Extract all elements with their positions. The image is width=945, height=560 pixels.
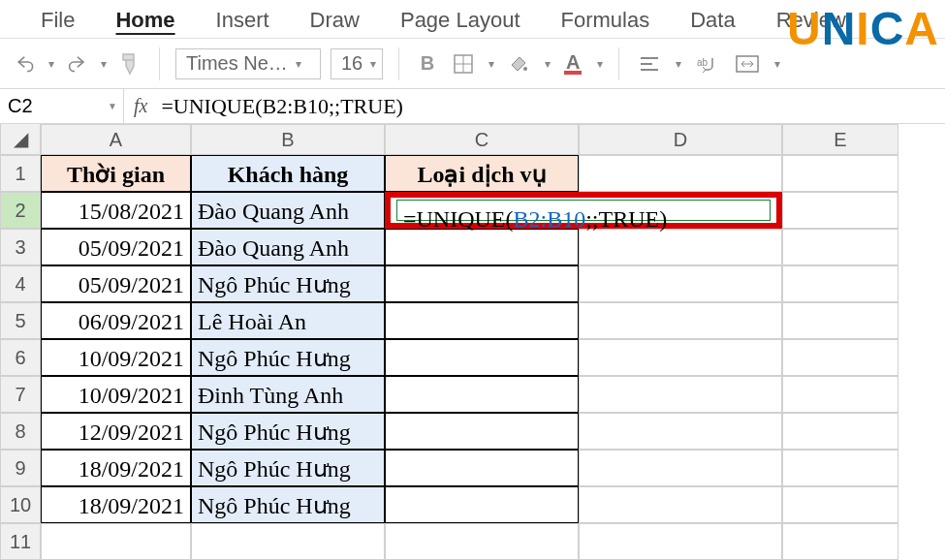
fx-label[interactable]: fx <box>124 95 157 117</box>
row-header[interactable]: 10 <box>0 486 41 523</box>
tab-data[interactable]: Data <box>686 6 739 38</box>
bold-icon[interactable]: B <box>415 49 440 78</box>
cell[interactable] <box>385 265 579 302</box>
row-header[interactable]: 2 <box>0 192 41 229</box>
cell[interactable] <box>579 265 782 302</box>
cell[interactable] <box>385 229 579 265</box>
cell[interactable] <box>782 486 898 523</box>
name-box[interactable]: C2 ▼ <box>0 89 124 123</box>
cell[interactable] <box>41 523 191 560</box>
cell[interactable] <box>782 302 898 339</box>
cell[interactable]: 12/09/2021 <box>41 413 191 450</box>
cell[interactable]: 10/09/2021 <box>41 339 191 376</box>
cell[interactable] <box>579 155 782 192</box>
merge-icon[interactable] <box>732 49 763 78</box>
cell[interactable] <box>782 339 898 376</box>
cell[interactable] <box>385 486 579 523</box>
cell[interactable] <box>579 302 782 339</box>
cell[interactable]: Đào Quang Anh <box>191 229 385 265</box>
header-cell-A1[interactable]: Thời gian <box>41 155 191 192</box>
borders-icon[interactable] <box>450 49 477 78</box>
redo-icon[interactable] <box>64 49 95 78</box>
cell[interactable] <box>385 523 579 560</box>
col-header-c[interactable]: C <box>385 124 579 155</box>
cell[interactable] <box>579 450 782 486</box>
cell[interactable]: 18/09/2021 <box>41 486 191 523</box>
cell[interactable] <box>782 265 898 302</box>
cell[interactable] <box>579 229 782 265</box>
cell[interactable] <box>191 523 385 560</box>
cell[interactable]: 05/09/2021 <box>41 229 191 265</box>
cell[interactable] <box>385 413 579 450</box>
col-header-a[interactable]: A <box>41 124 191 155</box>
undo-icon[interactable] <box>12 49 43 78</box>
tab-file[interactable]: File <box>37 6 79 38</box>
cell[interactable] <box>782 192 898 229</box>
wrap-text-icon[interactable]: ab <box>691 49 722 78</box>
format-painter-icon[interactable] <box>116 49 143 78</box>
cell[interactable]: Ngô Phúc Hưng <box>191 486 385 523</box>
cell[interactable]: Ngô Phúc Hưng <box>191 265 385 302</box>
row-header[interactable]: 11 <box>0 523 41 560</box>
tab-home[interactable]: Home <box>111 6 178 38</box>
col-header-e[interactable]: E <box>782 124 898 155</box>
cell[interactable] <box>782 376 898 413</box>
chevron-down-icon[interactable]: ▾ <box>488 57 494 71</box>
cell[interactable] <box>385 302 579 339</box>
cell[interactable]: 10/09/2021 <box>41 376 191 413</box>
cell[interactable] <box>782 155 898 192</box>
cell[interactable]: 06/09/2021 <box>41 302 191 339</box>
cell[interactable]: Đào Quang Anh <box>191 192 385 229</box>
tab-insert[interactable]: Insert <box>212 6 273 38</box>
cell[interactable] <box>579 413 782 450</box>
header-cell-C1[interactable]: Loại dịch vụ <box>385 155 579 192</box>
row-header[interactable]: 5 <box>0 302 41 339</box>
cell[interactable] <box>579 523 782 560</box>
cell[interactable] <box>579 339 782 376</box>
cell[interactable]: 15/08/2021 <box>41 192 191 229</box>
cell[interactable] <box>579 486 782 523</box>
row-header[interactable]: 7 <box>0 376 41 413</box>
row-header[interactable]: 3 <box>0 229 41 265</box>
cell[interactable] <box>385 450 579 486</box>
row-header[interactable]: 4 <box>0 265 41 302</box>
cell[interactable]: 18/09/2021 <box>41 450 191 486</box>
select-all-corner[interactable]: ◢ <box>0 124 41 155</box>
chevron-down-icon[interactable]: ▾ <box>545 57 551 71</box>
chevron-down-icon[interactable]: ▾ <box>676 57 681 71</box>
tab-page-layout[interactable]: Page Layout <box>396 6 524 38</box>
row-header[interactable]: 6 <box>0 339 41 376</box>
spreadsheet-grid[interactable]: ◢ A B C D E 1 Thời gian Khách hàng Loại … <box>0 124 945 560</box>
chevron-down-icon[interactable]: ▾ <box>101 57 107 71</box>
col-header-d[interactable]: D <box>579 124 782 155</box>
cell[interactable]: Ngô Phúc Hưng <box>191 413 385 450</box>
font-color-icon[interactable]: A <box>560 49 585 78</box>
active-cell-c2[interactable]: =UNIQUE(B2:B10;;TRUE) <box>385 192 782 229</box>
fill-color-icon[interactable] <box>504 49 533 78</box>
font-family-select[interactable]: Times Ne… ▾ <box>175 48 321 79</box>
chevron-down-icon[interactable]: ▾ <box>48 57 54 71</box>
chevron-down-icon[interactable]: ▾ <box>597 57 603 71</box>
row-header[interactable]: 1 <box>0 155 41 192</box>
row-header[interactable]: 8 <box>0 413 41 450</box>
font-size-select[interactable]: 16 ▾ <box>331 48 383 79</box>
tab-draw[interactable]: Draw <box>306 6 363 38</box>
cell[interactable] <box>579 376 782 413</box>
cell[interactable] <box>782 450 898 486</box>
cell[interactable]: Ngô Phúc Hưng <box>191 339 385 376</box>
cell[interactable] <box>385 339 579 376</box>
chevron-down-icon[interactable]: ▾ <box>774 57 780 71</box>
cell[interactable] <box>782 413 898 450</box>
col-header-b[interactable]: B <box>191 124 385 155</box>
row-header[interactable]: 9 <box>0 450 41 486</box>
header-cell-B1[interactable]: Khách hàng <box>191 155 385 192</box>
tab-formulas[interactable]: Formulas <box>557 6 654 38</box>
formula-input[interactable]: =UNIQUE(B2:B10;;TRUE) <box>157 94 403 119</box>
cell[interactable] <box>782 229 898 265</box>
cell[interactable]: Ngô Phúc Hưng <box>191 450 385 486</box>
cell[interactable] <box>385 376 579 413</box>
cell[interactable] <box>782 523 898 560</box>
cell[interactable]: Lê Hoài An <box>191 302 385 339</box>
align-left-icon[interactable] <box>635 49 664 78</box>
cell[interactable]: Đinh Tùng Anh <box>191 376 385 413</box>
